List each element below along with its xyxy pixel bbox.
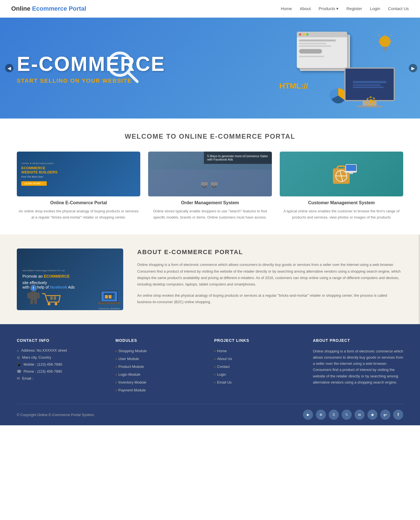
card-ecommerce-desc: An online shop evokes the physical analo… bbox=[17, 208, 140, 220]
about-paragraph-1: Online shopping is a form of electronic … bbox=[137, 261, 403, 288]
nav-products[interactable]: Products ▾ bbox=[319, 6, 339, 11]
card-ecommerce: UPPER ★ WEBSITEBUILDERS ECOMMERCEWEBSITE… bbox=[17, 152, 140, 220]
navbar: Online Ecommerce Portal Home About Produ… bbox=[0, 0, 420, 18]
about-heading: ABOUT E-COMMERCE PORTAL bbox=[137, 249, 403, 256]
card-customer-desc: A typical online store enables the custo… bbox=[280, 208, 403, 220]
nav-home[interactable]: Home bbox=[281, 6, 292, 11]
link-contact[interactable]: ›Contact bbox=[214, 364, 305, 369]
footer-copyright: © Copyright Online E-Commerce Portal Sys… bbox=[17, 413, 95, 417]
footer-project-links: PROJECT LINKS ›Home ›About Us ›Contact ›… bbox=[214, 338, 305, 395]
svg-point-15 bbox=[369, 99, 373, 104]
card-order-image: 5 Ways to generate more eCommerce Sales … bbox=[148, 152, 272, 196]
footer-about-project: ABOUT PROJECT Online shopping is a form … bbox=[313, 338, 403, 395]
dribbble-icon[interactable]: ◉ bbox=[367, 410, 377, 420]
link-home[interactable]: ›Home bbox=[214, 348, 305, 353]
svg-rect-46 bbox=[105, 295, 108, 298]
html-label: HTML:// bbox=[279, 82, 308, 90]
hero-right: HTML:// bbox=[210, 29, 403, 107]
nav-login[interactable]: Login bbox=[370, 6, 380, 11]
location-icon: ◎ bbox=[17, 355, 20, 359]
hero-left: E-COMMERCE START SELLING ON YOUR WEBSITE bbox=[17, 52, 210, 84]
card-customer-title: Customer Management System bbox=[280, 200, 403, 205]
svg-point-39 bbox=[55, 303, 57, 305]
nav-about[interactable]: About bbox=[300, 6, 311, 11]
contact-email: ✉ Email : bbox=[17, 376, 107, 380]
youtube-icon[interactable]: ▶ bbox=[303, 410, 313, 420]
footer-links-list: ›Home ›About Us ›Contact ›Login ›Email U… bbox=[214, 348, 305, 385]
link-email-us[interactable]: ›Email Us bbox=[214, 380, 305, 385]
brand-accent: Ecommerce Portal bbox=[32, 5, 86, 12]
about-promo-image: web skitters' Technology Solutions Pvt. … bbox=[17, 249, 123, 310]
card-ecommerce-title: Online E-Commerce Portal bbox=[17, 200, 140, 205]
footer-grid: CONTACT INFO ⌂ Address: No.XXXXXX street… bbox=[17, 338, 403, 404]
card-grid: UPPER ★ WEBSITEBUILDERS ECOMMERCEWEBSITE… bbox=[17, 152, 403, 220]
svg-point-38 bbox=[48, 303, 50, 305]
module-user[interactable]: ›User Module bbox=[116, 356, 206, 361]
svg-rect-48 bbox=[104, 294, 114, 295]
about-section: web skitters' Technology Solutions Pvt. … bbox=[0, 235, 420, 324]
svg-rect-33 bbox=[36, 293, 40, 298]
svg-line-1 bbox=[128, 73, 137, 82]
svg-rect-35 bbox=[34, 299, 37, 304]
welcome-section: WELCOME TO ONLINE E-COMMERCE PORTAL UPPE… bbox=[0, 119, 420, 235]
svg-line-11 bbox=[379, 35, 379, 36]
svg-rect-32 bbox=[27, 293, 31, 298]
module-inventory[interactable]: ›Inventory Module bbox=[116, 380, 206, 385]
github-icon[interactable]: ⊗ bbox=[316, 410, 326, 420]
svg-rect-31 bbox=[30, 292, 37, 300]
module-shopping[interactable]: ›Shopping Module bbox=[116, 348, 206, 353]
svg-rect-8 bbox=[383, 48, 387, 50]
home-icon: ⌂ bbox=[17, 348, 19, 352]
facebook-icon[interactable]: f bbox=[393, 410, 403, 420]
module-login[interactable]: ›Login Module bbox=[116, 372, 206, 377]
svg-rect-44 bbox=[98, 302, 120, 304]
svg-rect-34 bbox=[30, 299, 33, 304]
social-icons: ▶ ⊗ S 𝕏 in ◉ g+ f bbox=[303, 410, 403, 420]
card-order-desc: Online stores typically enable shoppers … bbox=[148, 208, 272, 220]
link-about-us[interactable]: ›About Us bbox=[214, 356, 305, 361]
svg-rect-7 bbox=[383, 47, 387, 48]
svg-point-6 bbox=[379, 36, 391, 47]
hero-next-button[interactable]: ▶ bbox=[409, 64, 417, 72]
right-accent-bar bbox=[419, 235, 420, 324]
module-product[interactable]: ›Product Module bbox=[116, 364, 206, 369]
contact-mobile: 📱 Mobile : (123) 456-7890 bbox=[17, 362, 107, 366]
welcome-heading: WELCOME TO ONLINE E-COMMERCE PORTAL bbox=[17, 133, 403, 140]
svg-rect-40 bbox=[50, 296, 53, 300]
footer-about-project-heading: ABOUT PROJECT bbox=[313, 338, 403, 343]
contact-phone: ☎ Phone : (123) 456-7890 bbox=[17, 369, 107, 373]
card-customer-image bbox=[280, 152, 403, 196]
about-paragraph-2: An online shop evokes the physical analo… bbox=[137, 292, 403, 305]
phone-icon: ☎ bbox=[17, 369, 21, 373]
footer: CONTACT INFO ⌂ Address: No.XXXXXX street… bbox=[0, 324, 420, 425]
svg-rect-9 bbox=[384, 50, 386, 51]
svg-rect-29 bbox=[349, 173, 353, 174]
twitter-icon[interactable]: 𝕏 bbox=[342, 410, 352, 420]
hero-prev-button[interactable]: ◀ bbox=[5, 64, 13, 72]
gear-icon bbox=[364, 94, 378, 110]
svg-line-12 bbox=[391, 35, 391, 36]
svg-rect-22 bbox=[211, 182, 218, 185]
card-order: 5 Ways to generate more eCommerce Sales … bbox=[148, 152, 272, 220]
footer-modules: MODULES ›Shopping Module ›User Module ›P… bbox=[116, 338, 206, 395]
card-customer: Customer Management System A typical onl… bbox=[280, 152, 403, 220]
magnifier-icon bbox=[106, 51, 140, 85]
footer-modules-heading: MODULES bbox=[116, 338, 206, 343]
nav-contact[interactable]: Contact Us bbox=[388, 6, 409, 11]
module-payment[interactable]: ›Payment Module bbox=[116, 387, 206, 393]
nav-list: Home About Products ▾ Register Login Con… bbox=[281, 6, 409, 11]
card-ecommerce-image: UPPER ★ WEBSITEBUILDERS ECOMMERCEWEBSITE… bbox=[17, 152, 140, 196]
footer-contact-heading: CONTACT INFO bbox=[17, 338, 107, 343]
googleplus-icon[interactable]: g+ bbox=[380, 410, 390, 420]
svg-rect-41 bbox=[54, 296, 56, 300]
hero-banner: ◀ E-COMMERCE START SELLING ON YOUR WEBSI… bbox=[0, 18, 420, 119]
nav-register[interactable]: Register bbox=[346, 6, 362, 11]
skype-icon[interactable]: S bbox=[329, 410, 339, 420]
about-content: ABOUT E-COMMERCE PORTAL Online shopping … bbox=[137, 249, 403, 305]
linkedin-icon[interactable]: in bbox=[354, 410, 365, 420]
card-order-title: Order Management System bbox=[148, 200, 272, 205]
svg-rect-47 bbox=[109, 295, 111, 298]
link-login[interactable]: ›Login bbox=[214, 372, 305, 377]
hero-browser-stack bbox=[297, 32, 347, 68]
lightbulb-icon bbox=[378, 34, 392, 58]
